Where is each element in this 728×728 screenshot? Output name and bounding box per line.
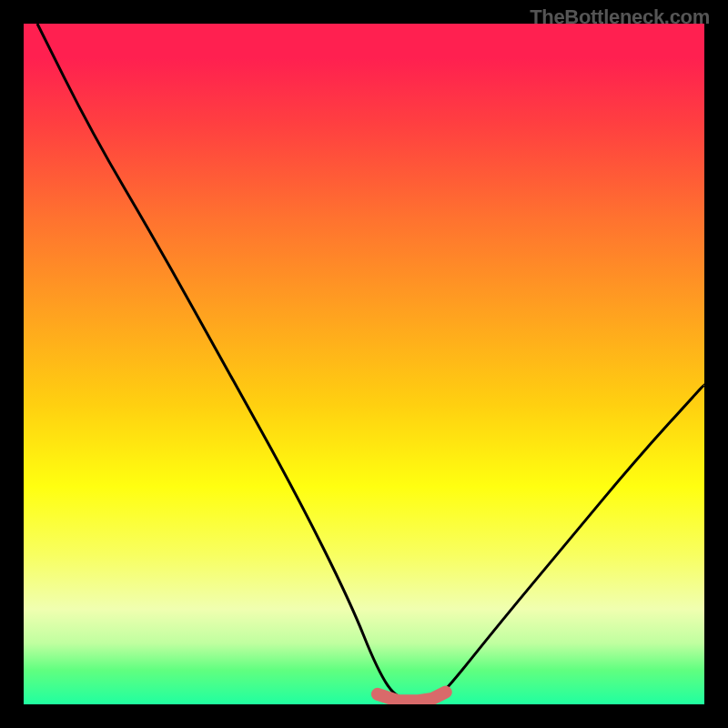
curve-svg — [24, 24, 704, 704]
chart-plot-area — [24, 24, 704, 704]
watermark-text: TheBottleneck.com — [530, 5, 710, 29]
bottleneck-curve — [37, 24, 704, 701]
chart-container: TheBottleneck.com — [0, 0, 728, 728]
optimal-band-curve — [378, 693, 446, 702]
